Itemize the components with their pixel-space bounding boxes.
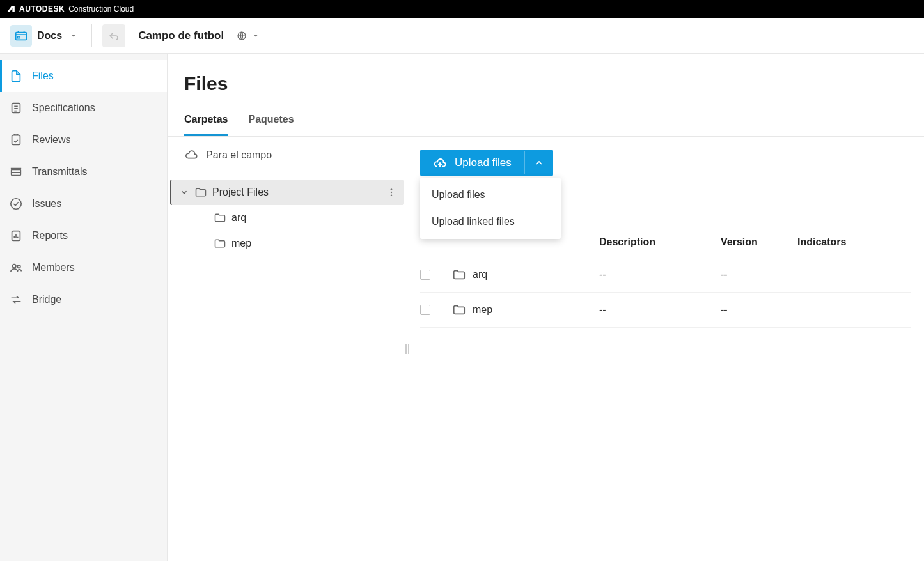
column-header-version[interactable]: Version <box>721 236 797 248</box>
svg-rect-1 <box>18 36 20 38</box>
row-name: arq <box>473 269 487 280</box>
row-version: -- <box>721 304 797 316</box>
menu-item-upload-files[interactable]: Upload files <box>420 181 561 208</box>
brand-logo: AUTODESK Construction Cloud <box>6 4 134 13</box>
upload-files-split-button: Upload files <box>420 150 553 176</box>
project-visibility-dropdown[interactable] <box>237 31 260 41</box>
svg-point-6 <box>11 199 22 210</box>
page-title: Files <box>184 73 907 95</box>
tree-shortcut-para-el-campo[interactable]: Para el campo <box>168 137 407 174</box>
row-description: -- <box>599 304 721 316</box>
top-brand-bar: AUTODESK Construction Cloud <box>0 0 924 18</box>
tree-shortcut-label: Para el campo <box>206 150 272 161</box>
sidebar-item-issues[interactable]: Issues <box>0 188 167 220</box>
tree-node-arq[interactable]: arq <box>170 205 404 231</box>
sidebar-item-files[interactable]: Files <box>0 60 167 92</box>
members-icon <box>9 261 23 275</box>
svg-rect-13 <box>405 344 407 354</box>
transmittals-icon <box>9 165 23 179</box>
upload-split-toggle[interactable] <box>524 151 553 174</box>
globe-icon <box>237 31 247 41</box>
file-list-panel: Upload files Upload files Upload linked … <box>407 137 924 561</box>
row-checkbox[interactable] <box>420 270 430 280</box>
svg-point-10 <box>391 188 392 190</box>
row-name: mep <box>473 304 492 316</box>
file-table: Description Version Indicators arq -- -- <box>420 227 911 328</box>
folder-icon <box>214 211 226 224</box>
module-icon <box>10 25 32 47</box>
docs-module-icon <box>14 29 28 43</box>
sidebar-item-label: Issues <box>32 198 61 210</box>
svg-point-12 <box>391 194 392 196</box>
brand-name: AUTODESK <box>19 4 65 13</box>
sidebar-item-label: Reports <box>32 230 68 242</box>
sidebar-item-reports[interactable]: Reports <box>0 220 167 252</box>
chevron-down-icon <box>252 32 260 40</box>
back-arrow-icon <box>108 30 120 42</box>
table-row[interactable]: mep -- -- <box>420 293 911 328</box>
tree-node-label: arq <box>231 212 246 224</box>
folder-icon <box>214 237 226 250</box>
upload-dropdown-menu: Upload files Upload linked files <box>420 178 561 239</box>
svg-rect-4 <box>12 135 20 145</box>
table-row[interactable]: arq -- -- <box>420 257 911 293</box>
more-options-icon[interactable] <box>386 187 396 197</box>
column-header-description[interactable]: Description <box>599 236 721 248</box>
sidebar-item-label: Reviews <box>32 134 70 146</box>
tree-node-project-files[interactable]: Project Files <box>170 180 404 205</box>
row-description: -- <box>599 269 721 280</box>
sidebar-item-bridge[interactable]: Bridge <box>0 284 167 316</box>
tab-paquetes[interactable]: Paquetes <box>248 114 294 136</box>
chevron-down-icon[interactable] <box>179 188 189 197</box>
back-button[interactable] <box>102 24 125 47</box>
svg-point-8 <box>13 265 17 268</box>
project-name[interactable]: Campo de futbol <box>138 29 224 42</box>
chevron-down-icon <box>70 32 77 40</box>
upload-files-button[interactable]: Upload files <box>420 150 524 176</box>
chevron-up-icon <box>534 158 544 168</box>
toolbar-separator <box>91 24 92 47</box>
tree-node-label: mep <box>231 238 251 249</box>
row-checkbox[interactable] <box>420 305 430 315</box>
specifications-icon <box>9 101 23 115</box>
folder-icon <box>452 303 466 317</box>
folder-tree-panel: Para el campo Project Files arq <box>168 137 407 561</box>
issues-icon <box>9 197 23 211</box>
toolbar: Docs Campo de futbol <box>0 18 924 54</box>
tree-node-label: Project Files <box>212 187 269 198</box>
row-version: -- <box>721 269 797 280</box>
tabs: Carpetas Paquetes <box>168 101 924 137</box>
brand-suffix: Construction Cloud <box>68 4 134 13</box>
tab-carpetas[interactable]: Carpetas <box>184 114 228 136</box>
sidebar-item-label: Specifications <box>32 102 95 114</box>
upload-button-label: Upload files <box>455 157 512 169</box>
svg-point-9 <box>17 265 20 268</box>
sidebar-item-reviews[interactable]: Reviews <box>0 124 167 156</box>
cloud-folder-icon <box>184 148 198 162</box>
file-icon <box>9 69 23 83</box>
sidebar-item-label: Transmittals <box>32 166 88 178</box>
reviews-icon <box>9 133 23 147</box>
svg-point-11 <box>391 192 392 193</box>
autodesk-logo-icon <box>6 4 15 13</box>
column-header-indicators[interactable]: Indicators <box>797 236 874 248</box>
bridge-icon <box>9 293 23 307</box>
sidebar-item-label: Files <box>32 70 54 82</box>
menu-item-upload-linked-files[interactable]: Upload linked files <box>420 208 561 235</box>
sidebar-item-members[interactable]: Members <box>0 252 167 284</box>
sidebar-item-label: Bridge <box>32 294 61 305</box>
module-switcher[interactable]: Docs <box>6 22 81 49</box>
sidebar: Files Specifications Reviews Transmittal… <box>0 54 168 561</box>
reports-icon <box>9 229 23 243</box>
module-label: Docs <box>37 30 62 42</box>
sidebar-item-transmittals[interactable]: Transmittals <box>0 156 167 188</box>
folder-icon <box>194 186 207 199</box>
tree-node-mep[interactable]: mep <box>170 231 404 256</box>
folder-icon <box>452 268 466 282</box>
cloud-upload-icon <box>433 156 447 170</box>
sidebar-item-specifications[interactable]: Specifications <box>0 92 167 124</box>
sidebar-item-label: Members <box>32 262 75 273</box>
